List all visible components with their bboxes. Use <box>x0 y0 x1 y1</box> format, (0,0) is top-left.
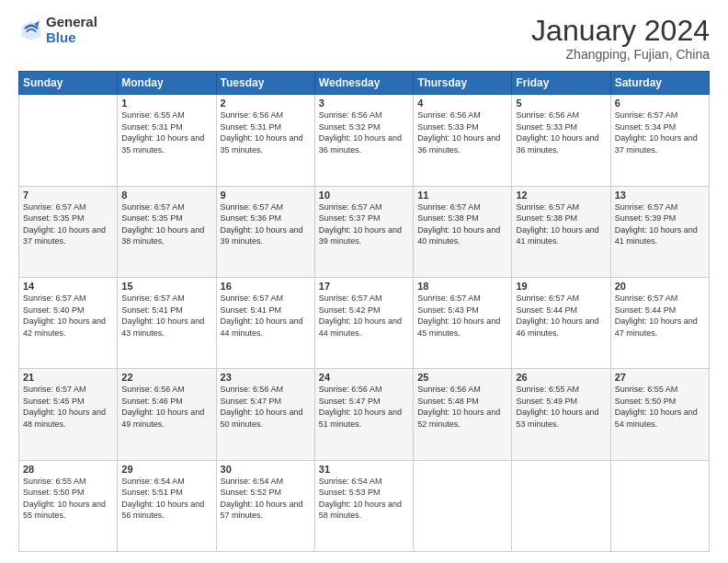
day-info: Sunrise: 6:56 AMSunset: 5:46 PMDaylight:… <box>121 384 211 430</box>
day-info: Sunrise: 6:57 AMSunset: 5:40 PMDaylight:… <box>23 293 113 339</box>
day-info: Sunrise: 6:54 AMSunset: 5:52 PMDaylight:… <box>221 476 311 522</box>
calendar-cell: 12Sunrise: 6:57 AMSunset: 5:38 PMDayligh… <box>512 186 610 277</box>
day-info: Sunrise: 6:56 AMSunset: 5:48 PMDaylight:… <box>417 384 507 430</box>
day-info: Sunrise: 6:56 AMSunset: 5:33 PMDaylight:… <box>516 109 606 155</box>
day-info: Sunrise: 6:57 AMSunset: 5:43 PMDaylight:… <box>417 293 507 339</box>
day-info: Sunrise: 6:57 AMSunset: 5:37 PMDaylight:… <box>319 201 409 247</box>
day-number: 30 <box>221 464 311 475</box>
day-number: 22 <box>121 372 211 383</box>
day-number: 27 <box>615 372 705 383</box>
calendar-cell: 20Sunrise: 6:57 AMSunset: 5:44 PMDayligh… <box>610 277 709 368</box>
calendar-cell <box>19 95 118 186</box>
day-number: 31 <box>319 464 409 475</box>
day-info: Sunrise: 6:57 AMSunset: 5:45 PMDaylight:… <box>23 384 113 430</box>
day-number: 5 <box>516 98 606 109</box>
calendar-cell: 10Sunrise: 6:57 AMSunset: 5:37 PMDayligh… <box>314 186 413 277</box>
calendar-cell: 6Sunrise: 6:57 AMSunset: 5:34 PMDaylight… <box>610 95 709 186</box>
calendar-cell: 18Sunrise: 6:57 AMSunset: 5:43 PMDayligh… <box>414 277 512 368</box>
day-info: Sunrise: 6:57 AMSunset: 5:44 PMDaylight:… <box>615 293 705 339</box>
weekday-header-tuesday: Tuesday <box>216 72 314 95</box>
day-info: Sunrise: 6:57 AMSunset: 5:34 PMDaylight:… <box>615 109 705 155</box>
day-number: 25 <box>417 372 507 383</box>
day-info: Sunrise: 6:56 AMSunset: 5:32 PMDaylight:… <box>319 109 409 155</box>
day-info: Sunrise: 6:54 AMSunset: 5:51 PMDaylight:… <box>121 476 211 522</box>
day-number: 9 <box>221 190 311 201</box>
day-number: 11 <box>417 190 507 201</box>
calendar-cell: 29Sunrise: 6:54 AMSunset: 5:51 PMDayligh… <box>118 460 216 551</box>
calendar-cell: 9Sunrise: 6:57 AMSunset: 5:36 PMDaylight… <box>216 186 314 277</box>
day-number: 21 <box>23 372 113 383</box>
day-number: 17 <box>319 281 409 292</box>
calendar-cell: 28Sunrise: 6:55 AMSunset: 5:50 PMDayligh… <box>19 460 118 551</box>
calendar-cell: 1Sunrise: 6:55 AMSunset: 5:31 PMDaylight… <box>118 95 216 186</box>
calendar-cell: 27Sunrise: 6:55 AMSunset: 5:50 PMDayligh… <box>610 369 709 460</box>
calendar-cell: 15Sunrise: 6:57 AMSunset: 5:41 PMDayligh… <box>118 277 216 368</box>
day-number: 26 <box>516 372 606 383</box>
day-info: Sunrise: 6:54 AMSunset: 5:53 PMDaylight:… <box>319 476 409 522</box>
day-number: 2 <box>221 98 311 109</box>
day-number: 8 <box>121 190 211 201</box>
day-number: 18 <box>417 281 507 292</box>
day-info: Sunrise: 6:57 AMSunset: 5:42 PMDaylight:… <box>319 293 409 339</box>
title-block: January 2024 Zhangping, Fujian, China <box>531 15 710 62</box>
weekday-header-thursday: Thursday <box>414 72 512 95</box>
day-info: Sunrise: 6:57 AMSunset: 5:41 PMDaylight:… <box>121 293 211 339</box>
logo-icon <box>18 17 44 43</box>
calendar-week-2: 7Sunrise: 6:57 AMSunset: 5:35 PMDaylight… <box>19 186 710 277</box>
weekday-header-sunday: Sunday <box>19 72 118 95</box>
logo-general-text: General <box>46 15 97 30</box>
day-info: Sunrise: 6:55 AMSunset: 5:50 PMDaylight:… <box>23 476 113 522</box>
day-info: Sunrise: 6:57 AMSunset: 5:38 PMDaylight:… <box>417 201 507 247</box>
day-number: 4 <box>417 98 507 109</box>
calendar-cell: 2Sunrise: 6:56 AMSunset: 5:31 PMDaylight… <box>216 95 314 186</box>
calendar-cell: 17Sunrise: 6:57 AMSunset: 5:42 PMDayligh… <box>314 277 413 368</box>
day-number: 15 <box>121 281 211 292</box>
calendar-cell: 24Sunrise: 6:56 AMSunset: 5:47 PMDayligh… <box>314 369 413 460</box>
calendar-cell <box>414 460 512 551</box>
calendar-cell: 21Sunrise: 6:57 AMSunset: 5:45 PMDayligh… <box>19 369 118 460</box>
calendar-cell: 25Sunrise: 6:56 AMSunset: 5:48 PMDayligh… <box>414 369 512 460</box>
day-number: 29 <box>121 464 211 475</box>
logo: General Blue <box>18 15 97 45</box>
calendar-week-3: 14Sunrise: 6:57 AMSunset: 5:40 PMDayligh… <box>19 277 710 368</box>
calendar-cell: 31Sunrise: 6:54 AMSunset: 5:53 PMDayligh… <box>314 460 413 551</box>
calendar-cell: 30Sunrise: 6:54 AMSunset: 5:52 PMDayligh… <box>216 460 314 551</box>
day-number: 13 <box>615 190 705 201</box>
calendar-cell: 8Sunrise: 6:57 AMSunset: 5:35 PMDaylight… <box>118 186 216 277</box>
day-number: 23 <box>221 372 311 383</box>
calendar-cell: 5Sunrise: 6:56 AMSunset: 5:33 PMDaylight… <box>512 95 610 186</box>
day-number: 24 <box>319 372 409 383</box>
day-info: Sunrise: 6:56 AMSunset: 5:47 PMDaylight:… <box>319 384 409 430</box>
month-year-title: January 2024 <box>531 15 710 47</box>
calendar-cell: 23Sunrise: 6:56 AMSunset: 5:47 PMDayligh… <box>216 369 314 460</box>
day-number: 10 <box>319 190 409 201</box>
day-info: Sunrise: 6:57 AMSunset: 5:35 PMDaylight:… <box>121 201 211 247</box>
calendar-week-4: 21Sunrise: 6:57 AMSunset: 5:45 PMDayligh… <box>19 369 710 460</box>
day-number: 3 <box>319 98 409 109</box>
day-info: Sunrise: 6:57 AMSunset: 5:44 PMDaylight:… <box>516 293 606 339</box>
weekday-header-row: SundayMondayTuesdayWednesdayThursdayFrid… <box>19 72 710 95</box>
day-info: Sunrise: 6:56 AMSunset: 5:47 PMDaylight:… <box>221 384 311 430</box>
calendar-cell <box>610 460 709 551</box>
weekday-header-friday: Friday <box>512 72 610 95</box>
day-info: Sunrise: 6:55 AMSunset: 5:49 PMDaylight:… <box>516 384 606 430</box>
day-info: Sunrise: 6:57 AMSunset: 5:39 PMDaylight:… <box>615 201 705 247</box>
day-info: Sunrise: 6:55 AMSunset: 5:50 PMDaylight:… <box>615 384 705 430</box>
day-info: Sunrise: 6:57 AMSunset: 5:36 PMDaylight:… <box>221 201 311 247</box>
day-number: 16 <box>221 281 311 292</box>
calendar-cell: 11Sunrise: 6:57 AMSunset: 5:38 PMDayligh… <box>414 186 512 277</box>
day-info: Sunrise: 6:57 AMSunset: 5:41 PMDaylight:… <box>221 293 311 339</box>
location-text: Zhangping, Fujian, China <box>531 47 710 62</box>
day-number: 19 <box>516 281 606 292</box>
calendar-cell: 26Sunrise: 6:55 AMSunset: 5:49 PMDayligh… <box>512 369 610 460</box>
weekday-header-monday: Monday <box>118 72 216 95</box>
weekday-header-wednesday: Wednesday <box>314 72 413 95</box>
day-info: Sunrise: 6:57 AMSunset: 5:35 PMDaylight:… <box>23 201 113 247</box>
calendar-cell: 22Sunrise: 6:56 AMSunset: 5:46 PMDayligh… <box>118 369 216 460</box>
calendar-week-5: 28Sunrise: 6:55 AMSunset: 5:50 PMDayligh… <box>19 460 710 551</box>
logo-text: General Blue <box>46 15 97 45</box>
day-number: 7 <box>23 190 113 201</box>
logo-blue-text: Blue <box>46 30 97 46</box>
page: General Blue January 2024 Zhangping, Fuj… <box>0 0 728 563</box>
day-number: 28 <box>23 464 113 475</box>
